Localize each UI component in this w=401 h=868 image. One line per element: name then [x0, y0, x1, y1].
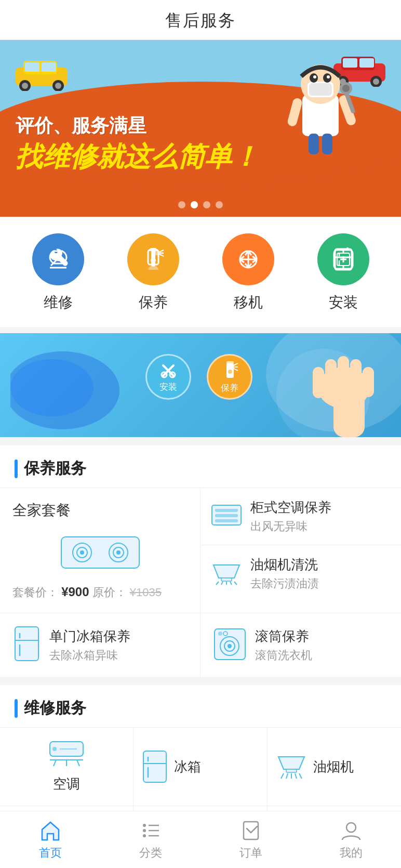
category-label: 分类: [139, 845, 162, 861]
svg-point-15: [373, 78, 379, 85]
svg-rect-30: [322, 134, 332, 154]
banner-mascot: [282, 48, 359, 152]
maintenance-section: 保养服务 全家套餐 套餐价： ¥900 原价： ¥1035: [0, 445, 401, 677]
svg-point-63: [10, 359, 93, 416]
svg-line-103: [281, 773, 284, 779]
repair-fridge[interactable]: 冰箱: [133, 728, 267, 806]
repair-rangehood[interactable]: 油烟机: [268, 728, 401, 806]
svg-point-123: [143, 834, 146, 837]
package-item[interactable]: 全家套餐 套餐价： ¥900 原价： ¥1035: [0, 488, 200, 613]
svg-point-22: [313, 75, 316, 78]
cabinet-ac-sub: 出风无异味: [250, 519, 391, 534]
repair-title-row: 维修服务: [0, 685, 401, 727]
service-install[interactable]: 安装: [317, 233, 369, 312]
ac-repair-icon: [48, 740, 85, 769]
svg-rect-3: [42, 62, 56, 72]
cabinet-ac-icon: [211, 503, 242, 531]
mid-bottle-btn[interactable]: 保养: [207, 354, 252, 400]
svg-line-52: [234, 363, 238, 365]
drum-washer-icon: [213, 627, 247, 663]
dot-2[interactable]: [191, 201, 198, 208]
mine-label: 我的: [340, 845, 363, 861]
svg-point-5: [22, 83, 28, 89]
svg-point-119: [143, 824, 146, 827]
repair-icon-circle: [32, 233, 84, 285]
svg-rect-59: [338, 356, 349, 393]
svg-line-107: [299, 773, 302, 779]
drum-washer-title: 滚筒保养: [255, 627, 389, 646]
category-icon: [139, 819, 162, 842]
banner-pagination: [178, 201, 223, 208]
nav-home[interactable]: 首页: [29, 815, 72, 865]
order-icon: [239, 819, 262, 842]
install-icon-circle: [317, 233, 369, 285]
rangehood-repair-icon: [276, 753, 307, 781]
package-title: 全家套餐: [12, 501, 188, 520]
title-bar: [15, 459, 18, 478]
fridge-label: 冰箱: [174, 758, 201, 776]
range-hood-sub: 去除污渍油渍: [250, 576, 391, 591]
install-label: 安装: [329, 293, 358, 312]
dot-4[interactable]: [216, 201, 223, 208]
nav-order[interactable]: 订单: [229, 815, 273, 865]
maintenance-title-row: 保养服务: [0, 445, 401, 488]
svg-rect-50: [226, 361, 234, 364]
svg-rect-11: [359, 58, 374, 68]
nav-mine[interactable]: 我的: [329, 815, 373, 865]
service-repair[interactable]: 维修: [32, 233, 84, 312]
banner[interactable]: 评价、服务满星 找维修就这么简单！: [0, 40, 401, 217]
banner-line1: 评价、服务满星: [16, 113, 259, 139]
scissors-icon: [159, 361, 178, 380]
maintenance-top-grid: 全家套餐 套餐价： ¥900 原价： ¥1035: [0, 488, 401, 613]
single-fridge-info: 单门冰箱保养 去除冰箱异味: [49, 627, 188, 663]
stove-image: [12, 532, 188, 573]
svg-point-27: [342, 85, 350, 92]
banner-line2: 找维修就这么简单！: [16, 139, 259, 175]
mine-icon: [340, 819, 363, 842]
svg-line-104: [286, 773, 288, 779]
svg-rect-19: [309, 83, 332, 96]
dot-1[interactable]: [178, 201, 185, 208]
nav-category[interactable]: 分类: [129, 815, 172, 865]
mid-scissors-btn[interactable]: 安装: [145, 354, 191, 400]
repair-ac[interactable]: 空调: [0, 728, 133, 806]
svg-point-23: [327, 75, 330, 78]
page-title: 售后服务: [165, 11, 236, 30]
svg-rect-61: [363, 367, 374, 397]
home-label: 首页: [39, 845, 62, 861]
mid-banner[interactable]: 安装 保养: [0, 333, 401, 437]
svg-rect-60: [350, 359, 362, 394]
repair-icon: [45, 246, 72, 273]
svg-rect-98: [143, 751, 166, 782]
range-hood-item[interactable]: 油烟机清洗 去除污渍油渍: [200, 545, 401, 602]
drum-washer-item[interactable]: 滚筒保养 滚筒洗衣机: [200, 613, 401, 677]
svg-line-54: [234, 369, 238, 371]
svg-rect-125: [244, 822, 258, 839]
svg-rect-2: [25, 62, 39, 72]
svg-rect-29: [309, 134, 319, 154]
range-hood-info: 油烟机清洗 去除污渍油渍: [250, 556, 391, 591]
service-move[interactable]: 移机: [222, 233, 274, 312]
bottle-icon: [221, 360, 238, 381]
order-label: 订单: [239, 845, 262, 861]
single-fridge-title: 单门冰箱保养: [49, 627, 188, 646]
home-icon: [39, 819, 62, 842]
stove-icon: [59, 532, 142, 573]
single-fridge-item[interactable]: 单门冰箱保养 去除冰箱异味: [0, 613, 200, 677]
dot-3[interactable]: [203, 201, 210, 208]
cabinet-ac-title: 柜式空调保养: [250, 498, 391, 517]
svg-point-121: [143, 829, 146, 832]
cabinet-ac-item[interactable]: 柜式空调保养 出风无异味: [200, 488, 401, 545]
svg-line-106: [295, 773, 297, 779]
svg-point-96: [52, 747, 57, 751]
svg-line-95: [77, 760, 79, 766]
cabinet-ac-info: 柜式空调保养 出风无异味: [250, 498, 391, 534]
svg-point-70: [116, 550, 121, 555]
hand-illustration: [297, 338, 391, 437]
move-icon: [235, 246, 262, 273]
fridge-repair-icon: [142, 750, 168, 784]
service-maintenance[interactable]: 保养: [127, 233, 179, 312]
banner-text: 评价、服务满星 找维修就这么简单！: [16, 113, 259, 175]
maintenance-bottom-row: 单门冰箱保养 去除冰箱异味 滚筒保养 滚筒洗衣机: [0, 613, 401, 677]
single-fridge-sub: 去除冰箱异味: [49, 648, 188, 663]
